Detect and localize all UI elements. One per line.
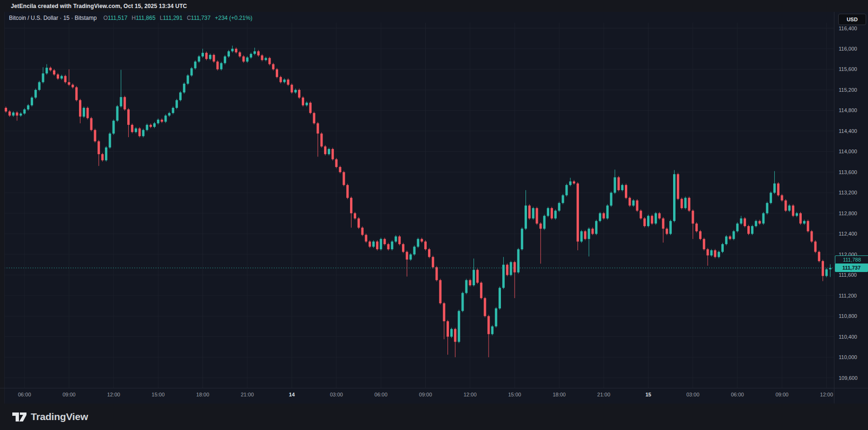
- last-price-label: 111,737: [835, 263, 868, 272]
- ohlc-segment: O111,517: [103, 15, 127, 21]
- price-tick-label: 111,600: [839, 272, 857, 278]
- time-axis-date-label: 15: [633, 392, 664, 397]
- candles: [4, 23, 834, 388]
- price-tick-label: 110,400: [839, 333, 857, 340]
- price-axis[interactable]: USD 111,788 111,737 116,400116,000115,60…: [834, 12, 868, 404]
- time-axis-label: 18:00: [544, 392, 574, 397]
- time-axis-label: 21:00: [588, 392, 619, 397]
- time-axis-label: 09:00: [767, 392, 797, 397]
- chart-legend[interactable]: Bitcoin / U.S. Dollar · 15 · Bitstamp O1…: [9, 13, 253, 23]
- price-tick-label: 112,800: [839, 210, 857, 217]
- price-tick-label: 110,800: [839, 313, 857, 319]
- countdown-price-label: 111,788: [835, 255, 868, 264]
- time-axis-label: 21:00: [232, 392, 263, 397]
- price-tick-label: 113,600: [839, 169, 857, 176]
- time-axis-label: 09:00: [411, 392, 441, 397]
- price-tick-label: 115,600: [839, 66, 857, 72]
- price-tick-label: 114,000: [839, 148, 857, 155]
- ohlc-segment: C111,737: [187, 15, 210, 21]
- price-tick-label: 110,000: [839, 354, 857, 360]
- time-axis-label: 03:00: [321, 392, 351, 397]
- time-axis-label: 12:00: [98, 392, 129, 397]
- ohlc-segment: L111,291: [160, 15, 183, 21]
- time-axis-label: 15:00: [143, 392, 173, 397]
- chart-pane[interactable]: [0, 12, 868, 404]
- time-axis-label: 09:00: [54, 392, 84, 397]
- time-axis-label: 06:00: [9, 392, 40, 397]
- bottom-bar: TradingView: [0, 404, 868, 430]
- time-axis[interactable]: 06:0009:0012:0015:0018:0021:001403:0006:…: [0, 388, 868, 404]
- ohlc-values: O111,517H111,865L111,291C111,737: [103, 15, 215, 21]
- currency-button[interactable]: USD: [838, 14, 866, 25]
- price-tick-label: 111,200: [839, 292, 857, 299]
- price-tick-label: 109,600: [839, 375, 858, 381]
- price-tick-label: 116,400: [839, 25, 857, 32]
- time-axis-label: 12:00: [455, 392, 485, 397]
- price-tick-label: 115,200: [839, 87, 857, 93]
- price-tick-label: 116,000: [839, 45, 857, 52]
- change-value: +234 (+0.21%): [215, 15, 252, 21]
- attribution-text: JetEncila created with TradingView.com, …: [11, 3, 187, 9]
- price-tick-label: 114,800: [839, 107, 857, 114]
- tradingview-logo-icon: [12, 412, 26, 421]
- chart-frame: Bitcoin / U.S. Dollar · 15 · Bitstamp O1…: [0, 12, 868, 404]
- left-margin: [0, 12, 5, 404]
- time-axis-label: 06:00: [722, 392, 753, 397]
- time-axis-label: 18:00: [188, 392, 218, 397]
- price-tick-label: 112,400: [839, 230, 857, 237]
- time-axis-label: 15:00: [500, 392, 530, 397]
- time-axis-date-label: 14: [277, 392, 307, 397]
- price-tick-label: 114,400: [839, 128, 857, 134]
- time-axis-label: 06:00: [366, 392, 396, 397]
- ohlc-segment: H111,865: [132, 15, 155, 21]
- attribution-bar: JetEncila created with TradingView.com, …: [0, 0, 868, 12]
- tradingview-logo[interactable]: TradingView: [12, 411, 88, 422]
- symbol-title: Bitcoin / U.S. Dollar · 15 · Bitstamp: [9, 15, 96, 21]
- price-tick-label: 113,200: [839, 189, 857, 196]
- time-axis-label: 03:00: [678, 392, 708, 397]
- tradingview-logo-text: TradingView: [31, 411, 88, 422]
